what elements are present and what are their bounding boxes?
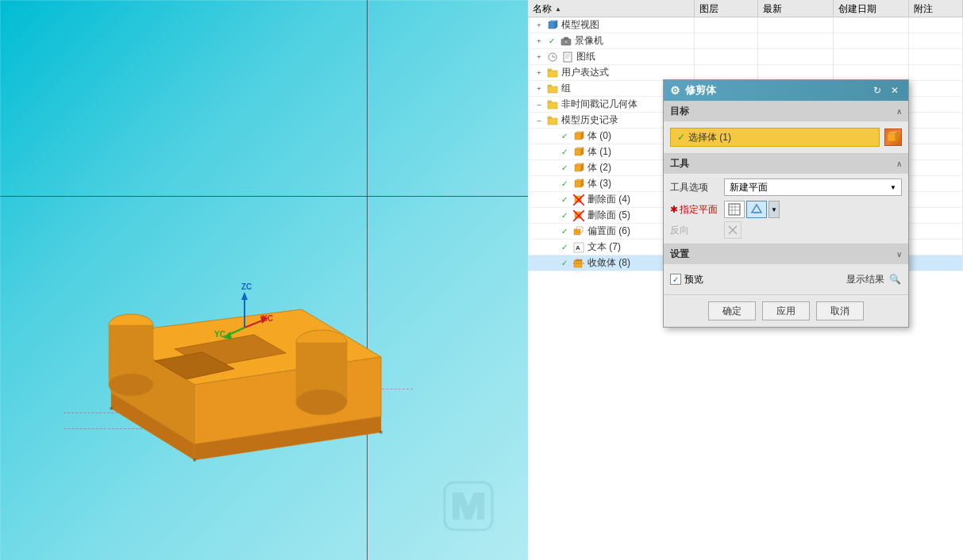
svg-rect-73 [729, 204, 740, 215]
expand-icon [547, 195, 557, 205]
svg-marker-68 [574, 259, 582, 261]
check-icon: ✓ [559, 210, 570, 221]
svg-marker-53 [581, 163, 584, 171]
svg-point-5 [109, 374, 153, 396]
close-button[interactable]: ✕ [888, 83, 902, 98]
delete-face-icon [572, 194, 585, 206]
model-history-label: 模型历史记录 [561, 113, 618, 127]
body-2-label: 体 (2) [587, 161, 611, 175]
svg-marker-72 [896, 132, 899, 141]
drawing-icon [561, 51, 574, 63]
clock-icon [546, 51, 559, 63]
specify-plane-row: ✱ 指定平面 ▼ [670, 201, 902, 218]
specify-grid-btn[interactable] [724, 201, 745, 218]
svg-text:A: A [576, 244, 580, 251]
expand-icon [547, 259, 557, 268]
svg-marker-26 [555, 21, 557, 29]
dropdown-arrow-icon: ▼ [890, 184, 896, 191]
cube-icon [546, 19, 559, 32]
tree-row[interactable]: + 用户表达式 [528, 65, 963, 81]
svg-marker-56 [581, 179, 584, 187]
target-section-header[interactable]: 目标 ∧ [664, 102, 908, 121]
tools-collapse-icon[interactable]: ∧ [896, 159, 902, 168]
tree-row[interactable]: + ✓ 景像机 [528, 33, 963, 49]
trim-icon [572, 257, 585, 270]
expand-icon[interactable]: + [534, 21, 544, 30]
apply-button[interactable]: 应用 [762, 301, 810, 320]
settings-section-content: ✓ 预览 显示结果 🔍 [664, 264, 908, 294]
tree-row[interactable]: + 图纸 [528, 49, 963, 65]
expand-icon[interactable]: + [534, 68, 544, 78]
specify-plane-label: ✱ 指定平面 [670, 203, 718, 217]
expand-icon[interactable]: + [534, 36, 544, 46]
cancel-button[interactable]: 取消 [816, 301, 864, 320]
body-icon [572, 146, 585, 159]
expand-icon[interactable]: – [534, 116, 544, 125]
folder-icon [546, 114, 559, 127]
check-icon: ✓ [559, 194, 570, 205]
nx-logo-watermark [441, 478, 496, 536]
3d-viewport[interactable]: ZC XC YC [0, 0, 528, 560]
expand-icon [547, 132, 557, 141]
expand-icon [547, 148, 557, 157]
delete-face-icon [572, 209, 585, 222]
svg-marker-17 [241, 292, 248, 300]
expand-icon[interactable]: – [534, 100, 544, 109]
3d-body-icon[interactable] [884, 128, 902, 146]
svg-marker-78 [752, 205, 761, 213]
target-collapse-icon[interactable]: ∧ [896, 107, 902, 116]
check-icon: ✓ [559, 131, 570, 142]
svg-marker-40 [548, 85, 552, 86]
dialog-title-text: 修剪体 [685, 83, 716, 98]
svg-point-14 [193, 458, 196, 462]
tools-section-header[interactable]: 工具 ∧ [664, 154, 908, 174]
svg-marker-23 [453, 493, 484, 520]
preview-label: 预览 [684, 273, 703, 286]
check-icon: ✓ [559, 258, 570, 269]
settings-section-title: 设置 [670, 247, 689, 261]
expand-icon[interactable]: + [534, 84, 544, 94]
display-result-button[interactable]: 显示结果 🔍 [846, 272, 902, 286]
created-column-header: 创建日期 [834, 0, 909, 17]
specify-buttons: ▼ [724, 201, 780, 218]
expand-icon [547, 163, 557, 173]
check-icon: ✓ [546, 36, 557, 47]
target-section-content: ✓ 选择体 (1) [664, 121, 908, 153]
grid-line [0, 0, 528, 1]
offset-face-icon [572, 225, 585, 238]
reverse-icon[interactable] [724, 221, 742, 239]
svg-rect-24 [549, 22, 555, 29]
check-icon: ✓ [559, 226, 570, 237]
refresh-button[interactable]: ↻ [870, 83, 884, 98]
sort-icon[interactable]: ▲ [555, 6, 561, 13]
specify-plane-btn-active[interactable] [746, 201, 767, 218]
body-icon [572, 178, 585, 190]
check-icon: ✓ [559, 242, 570, 253]
offset-face-6-label: 偏置面 (6) [587, 224, 630, 238]
tree-row[interactable]: + 模型视图 [528, 17, 963, 33]
reverse-label: 反向 [670, 224, 718, 237]
preview-checkbox[interactable]: ✓ 预览 [670, 273, 703, 286]
created-col-label: 创建日期 [838, 2, 876, 16]
tools-section: 工具 ∧ 工具选项 新建平面 ▼ ✱ 指定平面 [664, 153, 908, 244]
settings-collapse-icon[interactable]: ∨ [896, 250, 902, 259]
expand-icon [547, 211, 557, 221]
yc-label: YC [214, 330, 225, 339]
horizontal-axis-line [0, 196, 528, 197]
delete-face-5-label: 删除面 (5) [587, 209, 630, 222]
tool-option-dropdown[interactable]: 新建平面 ▼ [724, 178, 902, 196]
required-star: ✱ [670, 204, 678, 215]
body-0-label: 体 (0) [587, 129, 611, 143]
tools-section-content: 工具选项 新建平面 ▼ ✱ 指定平面 [664, 174, 908, 244]
tool-option-label: 工具选项 [670, 181, 718, 194]
expand-icon [547, 243, 557, 252]
gear-icon: ⚙ [670, 84, 680, 97]
expand-icon[interactable]: + [534, 52, 544, 62]
settings-section-header[interactable]: 设置 ∨ [664, 244, 908, 264]
selection-box[interactable]: ✓ 选择体 (1) [670, 128, 880, 147]
settings-row: ✓ 预览 显示结果 🔍 [670, 269, 902, 290]
user-expr-label: 用户表达式 [561, 66, 609, 79]
specify-dropdown-btn[interactable]: ▼ [768, 201, 780, 218]
ok-button[interactable]: 确定 [708, 301, 756, 320]
latest-col-label: 最新 [763, 2, 782, 16]
